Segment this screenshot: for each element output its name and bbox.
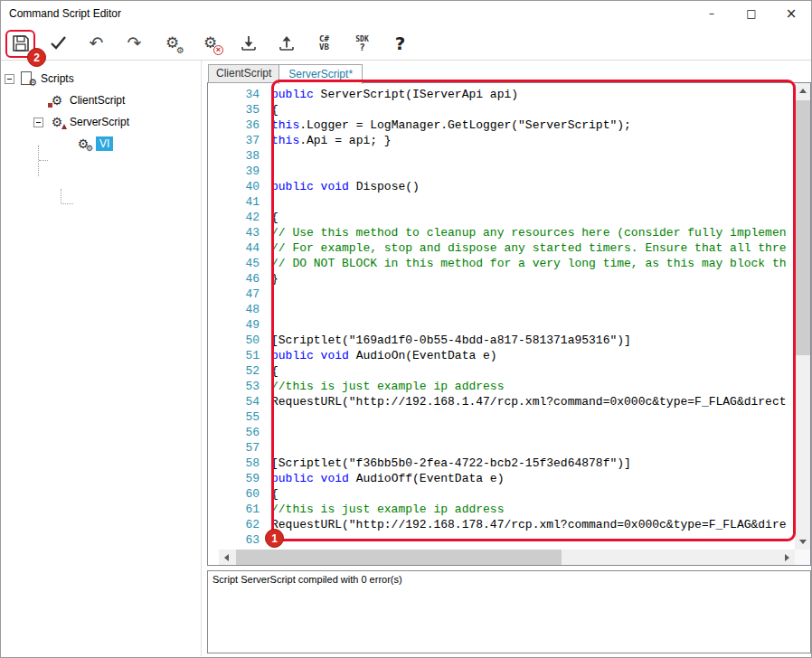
server-script-icon: ⚙ <box>49 114 65 130</box>
scroll-up-button[interactable] <box>795 83 810 99</box>
toolbar: ↶ ↷ ⚙ ⚙ ⚙ × C <box>1 26 811 61</box>
line-number: 48 <box>208 302 268 317</box>
code-line[interactable]: this.Logger = LogManager.GetLogger("Serv… <box>271 118 795 133</box>
line-number: 59 <box>208 471 268 486</box>
code-line[interactable] <box>271 194 795 210</box>
client-script-icon: ⚙ <box>49 92 65 108</box>
code-line[interactable] <box>271 302 795 317</box>
tree-item-vi[interactable]: ⚙ ⚙ VI <box>1 133 201 155</box>
code-line[interactable]: //this is just example ip address <box>271 502 795 517</box>
code-line[interactable]: // DO NOT BLOCK in this method for a ver… <box>271 256 795 271</box>
code-line[interactable]: // Use this method to cleanup any resour… <box>271 225 795 240</box>
gear-small-icon: ⚙ <box>176 46 184 55</box>
line-number: 63 <box>208 532 268 548</box>
code-line[interactable] <box>271 317 795 333</box>
validate-button[interactable] <box>43 30 73 57</box>
code-line[interactable]: { <box>271 210 795 225</box>
titlebar: Command Script Editor – □ × <box>1 1 811 26</box>
tree-item-clientscript[interactable]: ⚙ ClientScript <box>1 89 201 111</box>
import-icon <box>239 33 259 53</box>
line-number: 53 <box>208 379 268 394</box>
code-line[interactable] <box>271 409 795 425</box>
line-number: 43 <box>208 225 268 240</box>
code-line[interactable]: { <box>271 102 795 118</box>
tree-item-serverscript[interactable]: ⚙ ServerScript <box>1 111 201 133</box>
vertical-scrollbar[interactable] <box>795 83 810 550</box>
line-number: 56 <box>208 425 268 440</box>
sdk-help-icon: SDK ? <box>355 35 368 52</box>
line-number: 44 <box>208 240 268 256</box>
code-line[interactable] <box>271 425 795 440</box>
tree-label-clientscript: ClientScript <box>70 94 125 107</box>
code-line[interactable]: } <box>271 271 795 287</box>
collapse-icon[interactable] <box>33 118 43 127</box>
status-message: Script ServerScript compiled with 0 erro… <box>212 574 402 585</box>
code-line[interactable]: { <box>271 363 795 379</box>
code-line[interactable]: //this is just example ip address <box>271 379 795 394</box>
line-number: 45 <box>208 256 268 271</box>
window-controls: – □ × <box>692 1 811 26</box>
code-line[interactable]: RequestURL("http://192.168.178.47/rcp.xm… <box>271 517 795 532</box>
line-number: 51 <box>208 348 268 363</box>
line-number: 55 <box>208 409 268 425</box>
line-number: 34 <box>208 87 268 102</box>
maximize-button[interactable]: □ <box>732 1 771 26</box>
code-line[interactable]: [Scriptlet("169ad1f0-0b55-4bdd-a817-5813… <box>271 333 795 348</box>
code-line[interactable]: { <box>271 486 795 502</box>
left-arrow-icon <box>224 554 229 561</box>
horizontal-scrollbar[interactable] <box>219 550 795 565</box>
undo-button[interactable]: ↶ <box>81 30 111 57</box>
code-lines[interactable]: public ServerScript(IServerApi api){this… <box>271 83 795 550</box>
tab-clientscript[interactable]: ClientScript <box>208 64 279 83</box>
code-line[interactable]: RequestURL("http://192.168.1.47/rcp.xml?… <box>271 394 795 409</box>
export-icon <box>277 33 297 53</box>
line-number: 46 <box>208 271 268 287</box>
tree-connector <box>39 160 48 161</box>
code-line[interactable]: public void AudioOn(EventData e) <box>271 348 795 363</box>
code-line[interactable]: public ServerScript(IServerApi api) <box>271 87 795 102</box>
line-number: 60 <box>208 486 268 502</box>
scroll-left-button[interactable] <box>219 550 234 565</box>
delete-script-button[interactable]: ⚙ × <box>195 30 225 57</box>
tab-serverscript[interactable]: ServerScript* <box>279 64 363 84</box>
line-number: 52 <box>208 363 268 379</box>
down-arrow-icon <box>799 540 807 544</box>
scroll-right-button[interactable] <box>779 550 795 565</box>
script-tree-panel: ⚙ Scripts ⚙ ClientScript ⚙ ServerScript … <box>1 61 202 656</box>
tree-item-scripts[interactable]: ⚙ Scripts <box>1 68 201 89</box>
collapse-icon[interactable] <box>5 74 14 84</box>
code-line[interactable] <box>271 148 795 164</box>
vertical-scroll-thumb[interactable] <box>795 100 810 355</box>
code-line[interactable] <box>271 532 795 548</box>
redo-button[interactable]: ↷ <box>119 30 149 57</box>
close-button[interactable]: × <box>771 1 811 26</box>
compile-status-panel: Script ServerScript compiled with 0 erro… <box>207 570 811 653</box>
tree-label-vi: VI <box>96 136 113 151</box>
line-number: 49 <box>208 317 268 333</box>
sdk-help-button[interactable]: SDK ? <box>347 30 377 57</box>
sdk-question-mark: ? <box>359 43 365 52</box>
editor-tabs: ClientScript ServerScript* <box>208 64 362 83</box>
line-number: 40 <box>208 179 268 194</box>
remove-mark-icon: × <box>213 45 223 55</box>
help-button[interactable]: ? <box>385 30 415 57</box>
gear-small-icon: ⚙ <box>86 145 93 153</box>
minimize-button[interactable]: – <box>692 1 732 26</box>
code-editor[interactable]: 3435363738394041424344454647484950515253… <box>207 82 811 566</box>
code-line[interactable] <box>271 287 795 302</box>
scroll-down-button[interactable] <box>795 534 810 550</box>
line-number-gutter: 3435363738394041424344454647484950515253… <box>208 83 268 550</box>
convert-csharp-vb-button[interactable]: C# VB <box>309 30 339 57</box>
code-line[interactable]: public void AudioOff(EventData e) <box>271 471 795 486</box>
code-line[interactable]: this.Api = api; } <box>271 133 795 148</box>
code-line[interactable]: // For example, stop and dispose any sta… <box>271 240 795 256</box>
add-script-button[interactable]: ⚙ ⚙ <box>157 30 187 57</box>
code-line[interactable] <box>271 164 795 179</box>
import-button[interactable] <box>233 30 263 57</box>
code-line[interactable]: [Scriptlet("f36bb5b0-2fea-4722-bcb2-15f3… <box>271 456 795 471</box>
export-button[interactable] <box>271 30 301 57</box>
horizontal-scroll-thumb[interactable] <box>236 550 562 565</box>
line-number: 41 <box>208 194 268 210</box>
code-line[interactable] <box>271 440 795 456</box>
code-line[interactable]: public void Dispose() <box>271 179 795 194</box>
